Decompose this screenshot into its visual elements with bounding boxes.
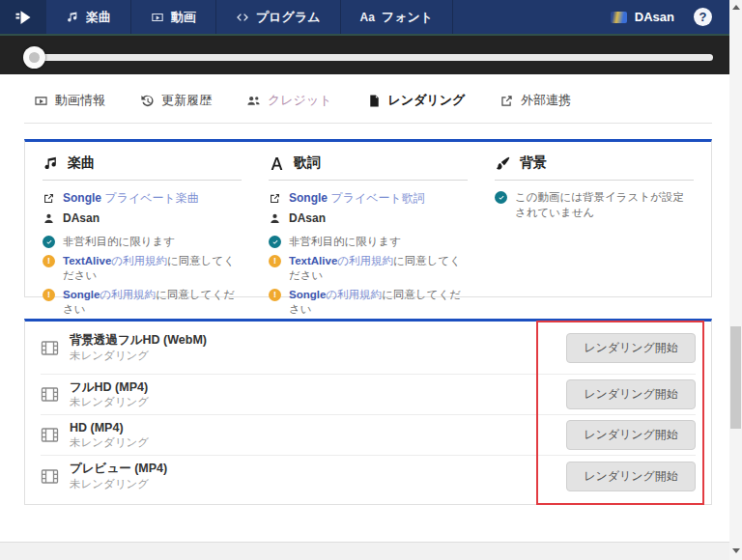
- lyrics-notes: 非営利目的に限ります ! TextAliveの利用規約に同意してください ! S…: [269, 235, 468, 318]
- user-menu[interactable]: DAsan: [597, 0, 688, 34]
- detail-tabs: 動画情報 更新履歴 クレジット レンダリング 外部連: [24, 84, 712, 124]
- warning-circle-icon: !: [43, 255, 55, 267]
- lyrics-link-service[interactable]: Songle: [289, 191, 328, 205]
- render-status: 未レンダリング: [70, 477, 167, 490]
- render-format-title: フルHD (MP4): [70, 380, 149, 396]
- render-list-card: 背景透過フルHD (WebM) 未レンダリング レンダリング開始 フルHD (M…: [24, 319, 712, 505]
- background-notes: この動画には背景イラストが設定されていません: [495, 190, 694, 220]
- letter-a-icon: [269, 155, 285, 172]
- music-author: DAsan: [63, 211, 100, 225]
- start-render-button[interactable]: レンダリング開始: [566, 333, 696, 363]
- footer-strip: [0, 542, 742, 560]
- nav-item-label: フォント: [382, 9, 433, 26]
- tab-label: 動画情報: [55, 92, 105, 109]
- tab-rendering[interactable]: レンダリング: [367, 91, 466, 110]
- history-icon: [140, 94, 155, 108]
- tab-label: 更新履歴: [161, 92, 212, 109]
- tab-video-info[interactable]: 動画情報: [34, 91, 105, 110]
- music-column: 楽曲 Songle プライベート楽曲 DAsan 非営利目的に限ります: [43, 154, 242, 318]
- video-icon: [151, 11, 164, 24]
- vertical-scrollbar[interactable]: [729, 0, 742, 560]
- terms-link-service[interactable]: Songle: [289, 289, 326, 300]
- nav-item-videos[interactable]: 動画: [131, 0, 216, 34]
- film-icon: [41, 385, 59, 404]
- help-button[interactable]: ?: [694, 8, 712, 26]
- render-format-title: プレビュー (MP4): [70, 462, 167, 477]
- render-row-mp4-preview: プレビュー (MP4) 未レンダリング レンダリング開始: [41, 456, 696, 496]
- terms-link[interactable]: の利用規約: [337, 255, 393, 266]
- lyrics-column-title: 歌詞: [294, 154, 321, 172]
- background-column: 背景 この動画には背景イラストが設定されていません: [495, 154, 694, 318]
- background-status-note: この動画には背景イラストが設定されていません: [495, 190, 694, 220]
- license-note-text: 非営利目的に限ります: [63, 235, 175, 250]
- asset-info-card: 楽曲 Songle プライベート楽曲 DAsan 非営利目的に限ります: [24, 139, 712, 297]
- check-circle-icon: [43, 236, 55, 248]
- terms-warning: ! Songleの利用規約に同意してください: [269, 288, 468, 318]
- terms-warning: ! TextAliveの利用規約に同意してください: [269, 254, 468, 284]
- external-link-icon: [499, 94, 514, 108]
- warning-circle-icon: !: [43, 289, 55, 301]
- person-icon: [269, 212, 281, 225]
- render-status: 未レンダリング: [70, 435, 149, 449]
- check-circle-icon: [269, 236, 281, 248]
- render-row-mp4-fullhd: フルHD (MP4) 未レンダリング レンダリング開始: [41, 375, 696, 415]
- film-icon: [41, 467, 59, 486]
- video-player-bar: [0, 34, 729, 74]
- tab-label: レンダリング: [388, 92, 466, 109]
- tab-credits[interactable]: クレジット: [246, 91, 332, 110]
- terms-link-service[interactable]: TextAlive: [289, 255, 337, 266]
- lyrics-source-link[interactable]: Songle プライベート歌詞: [269, 190, 468, 207]
- music-column-title: 楽曲: [68, 154, 95, 172]
- tab-update-history[interactable]: 更新履歴: [140, 91, 212, 110]
- textalive-logo[interactable]: [0, 0, 46, 34]
- music-source-link[interactable]: Songle プライベート楽曲: [43, 190, 242, 207]
- terms-link-service[interactable]: Songle: [63, 289, 100, 300]
- font-icon: Aa: [360, 11, 375, 24]
- start-render-button[interactable]: レンダリング開始: [566, 420, 696, 450]
- license-note: 非営利目的に限ります: [269, 235, 468, 250]
- scrollbar-down-arrow[interactable]: [729, 544, 742, 558]
- nav-item-label: プログラム: [256, 9, 321, 26]
- film-icon: [41, 339, 59, 357]
- avatar: [611, 12, 627, 23]
- music-note-icon: [66, 11, 79, 24]
- nav-item-label: 動画: [171, 9, 196, 26]
- seek-slider-thumb[interactable]: [23, 46, 45, 69]
- start-render-button[interactable]: レンダリング開始: [566, 462, 696, 491]
- render-row-webm-fullhd: 背景透過フルHD (WebM) 未レンダリング レンダリング開始: [41, 322, 696, 375]
- tab-external-link[interactable]: 外部連携: [499, 91, 571, 110]
- lyrics-author-row: DAsan: [269, 211, 468, 225]
- terms-link[interactable]: の利用規約: [100, 289, 156, 300]
- background-column-header: 背景: [495, 154, 694, 181]
- music-link-name[interactable]: プライベート楽曲: [104, 191, 198, 205]
- textalive-logo-icon: [14, 8, 33, 27]
- people-icon: [246, 94, 261, 108]
- nav-item-songs[interactable]: 楽曲: [46, 0, 131, 34]
- background-status-text: この動画には背景イラストが設定されていません: [515, 190, 694, 220]
- render-status: 未レンダリング: [70, 349, 207, 362]
- lyrics-author: DAsan: [289, 211, 326, 225]
- seek-slider[interactable]: [35, 54, 713, 61]
- start-render-button[interactable]: レンダリング開始: [566, 379, 696, 409]
- terms-link[interactable]: の利用規約: [326, 289, 382, 300]
- terms-link-service[interactable]: TextAlive: [63, 255, 111, 266]
- music-link-service[interactable]: Songle: [63, 191, 101, 205]
- external-link-icon: [43, 192, 55, 205]
- nav-item-label: 楽曲: [86, 9, 111, 26]
- scrollbar-thumb[interactable]: [730, 326, 741, 429]
- license-note: 非営利目的に限ります: [43, 235, 242, 250]
- terms-warning: ! TextAliveの利用規約に同意してください: [43, 254, 242, 284]
- render-format-title: 背景透過フルHD (WebM): [70, 333, 207, 349]
- terms-link[interactable]: の利用規約: [111, 255, 167, 266]
- film-icon: [41, 426, 59, 444]
- code-icon: [236, 11, 249, 24]
- render-format-title: HD (MP4): [70, 421, 149, 436]
- nav-item-fonts[interactable]: Aa フォント: [341, 0, 454, 34]
- nav-item-programs[interactable]: プログラム: [216, 0, 341, 34]
- paintbrush-icon: [495, 155, 511, 172]
- lyrics-link-name[interactable]: プライベート歌詞: [330, 191, 424, 205]
- scrollbar-up-arrow[interactable]: [729, 0, 742, 14]
- music-column-header: 楽曲: [43, 154, 242, 181]
- top-navbar: 楽曲 動画 プログラム Aa フォント DAsan ?: [0, 0, 729, 34]
- warning-circle-icon: !: [269, 255, 281, 267]
